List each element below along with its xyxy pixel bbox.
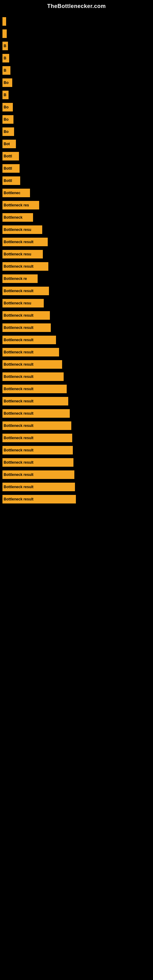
bar-label: Bottleneck result xyxy=(4,362,33,367)
bar-item: Bottleneck result xyxy=(2,483,75,491)
bar-label: Bottleneck result xyxy=(4,473,33,477)
bar-label: Bot xyxy=(4,142,10,146)
bar-row: Bottleneck result xyxy=(0,385,153,393)
bar-label: Bottleneck xyxy=(4,215,22,220)
bar-row: Bottleneck result xyxy=(0,483,153,491)
bar-label: Bottleneck re xyxy=(4,277,27,281)
bar-item: B xyxy=(2,54,9,62)
bar-label: Bottleneck result xyxy=(4,448,33,452)
bar-item: Bottl xyxy=(2,164,19,173)
bar-row: Bo xyxy=(0,103,153,111)
bar-label: Bottl xyxy=(4,154,12,158)
bar-row: B xyxy=(0,66,153,75)
bar-label: B xyxy=(4,44,6,48)
bar-item: Bottl xyxy=(2,177,20,185)
bar-item: Bottleneck resu xyxy=(2,250,43,258)
bar-row: Bottleneck resu xyxy=(0,225,153,234)
bar-label: Bottleneck result xyxy=(4,338,33,342)
bar-item: Bottleneck result xyxy=(2,495,76,503)
bar-item: Bottleneck resu xyxy=(2,299,44,307)
bar-row: Bottleneck result xyxy=(0,409,153,418)
bar-item: Bottleneck result xyxy=(2,238,48,246)
bar-row: Bottleneck result xyxy=(0,323,153,332)
bar-row: Bottleneck result xyxy=(0,372,153,381)
bars-container: BBBBoBBoBoBoBotBottlBottlBottlBottlenecB… xyxy=(0,14,153,510)
bar-row: Bo xyxy=(0,127,153,136)
bar-label: Bottleneck result xyxy=(4,264,33,269)
bar-label: Bo xyxy=(4,105,9,109)
bar-label: Bo xyxy=(4,130,9,134)
bar-label: Bottleneck result xyxy=(4,387,33,391)
bar-label: Bottleneck result xyxy=(4,350,33,354)
bar-item: B xyxy=(2,66,10,75)
bar-item: Bottleneck result xyxy=(2,262,48,271)
bar-row: Bottleneck result xyxy=(0,446,153,455)
bar-row: Bottleneck result xyxy=(0,311,153,320)
bar-item: Bottleneck result xyxy=(2,323,51,332)
site-title: TheBottlenecker.com xyxy=(0,0,153,14)
bar-row: Bo xyxy=(0,115,153,124)
bar-item: Bo xyxy=(2,78,12,87)
bar-label: Bottleneck resu xyxy=(4,301,31,305)
bar-row: Bottleneck result xyxy=(0,470,153,479)
bar-item: Bottleneck result xyxy=(2,422,71,430)
bar-item: Bottleneck result xyxy=(2,470,74,479)
bar-label: Bottleneck result xyxy=(4,411,33,415)
bar-row: Bottleneck re xyxy=(0,274,153,283)
bar-row: Bo xyxy=(0,78,153,87)
bar-item: Bottleneck result xyxy=(2,286,49,295)
bar-row: Bottlenec xyxy=(0,189,153,197)
bar-row: B xyxy=(0,54,153,62)
bar-item: Bottleneck result xyxy=(2,336,56,344)
bar-row xyxy=(0,17,153,26)
bar-row: Bottleneck result xyxy=(0,495,153,503)
bar-row: Bottleneck res xyxy=(0,201,153,210)
bar-label: Bottleneck resu xyxy=(4,252,31,256)
bar-label: Bottleneck result xyxy=(4,399,33,403)
bar-item: B xyxy=(2,41,8,50)
bar-row: B xyxy=(0,41,153,50)
bar-item xyxy=(2,29,7,38)
bar-label: Bottleneck resu xyxy=(4,228,31,232)
bar-row: Bottleneck result xyxy=(0,348,153,356)
bar-item: Bot xyxy=(2,140,16,148)
bar-item: Bottleneck result xyxy=(2,409,70,418)
bar-item: Bo xyxy=(2,127,14,136)
bar-label: Bottleneck result xyxy=(4,485,33,489)
bar-label: Bottleneck result xyxy=(4,460,33,465)
bar-label: Bottleneck result xyxy=(4,375,33,379)
bar-label: Bo xyxy=(4,117,9,122)
bar-item: Bottlenec xyxy=(2,189,30,197)
bar-label: Bottl xyxy=(4,178,12,183)
bar-row: Bottleneck result xyxy=(0,286,153,295)
bar-item: Bottleneck resu xyxy=(2,225,42,234)
bar-row: Bot xyxy=(0,140,153,148)
bar-label: B xyxy=(4,93,6,97)
bar-label: Bottleneck res xyxy=(4,203,29,207)
bar-label: Bottleneck result xyxy=(4,289,33,293)
bar-label: Bottleneck result xyxy=(4,313,33,318)
bar-item: Bottleneck result xyxy=(2,360,62,369)
bar-row: Bottleneck result xyxy=(0,360,153,369)
bar-row: Bottleneck result xyxy=(0,238,153,246)
bar-item: Bottleneck xyxy=(2,213,33,222)
bar-row xyxy=(0,29,153,38)
bar-label: Bottl xyxy=(4,166,12,170)
bar-row: Bottleneck resu xyxy=(0,250,153,258)
bar-row: Bottleneck result xyxy=(0,422,153,430)
site-header: TheBottlenecker.com xyxy=(0,0,153,14)
bar-item: Bottleneck result xyxy=(2,385,67,393)
bar-item: Bottl xyxy=(2,152,19,161)
bar-label: Bottleneck result xyxy=(4,326,33,330)
bar-label: Bottleneck result xyxy=(4,240,33,244)
bar-item: Bottleneck result xyxy=(2,372,64,381)
bar-item: Bottleneck result xyxy=(2,434,72,442)
bar-label: Bottleneck result xyxy=(4,436,33,440)
bar-label: Bottleneck result xyxy=(4,497,33,501)
bar-label: Bottleneck result xyxy=(4,423,33,428)
bar-item: Bottleneck result xyxy=(2,311,50,320)
bar-label: B xyxy=(4,56,6,60)
bar-item xyxy=(2,17,6,26)
bar-row: Bottleneck result xyxy=(0,434,153,442)
bar-row: Bottl xyxy=(0,152,153,161)
